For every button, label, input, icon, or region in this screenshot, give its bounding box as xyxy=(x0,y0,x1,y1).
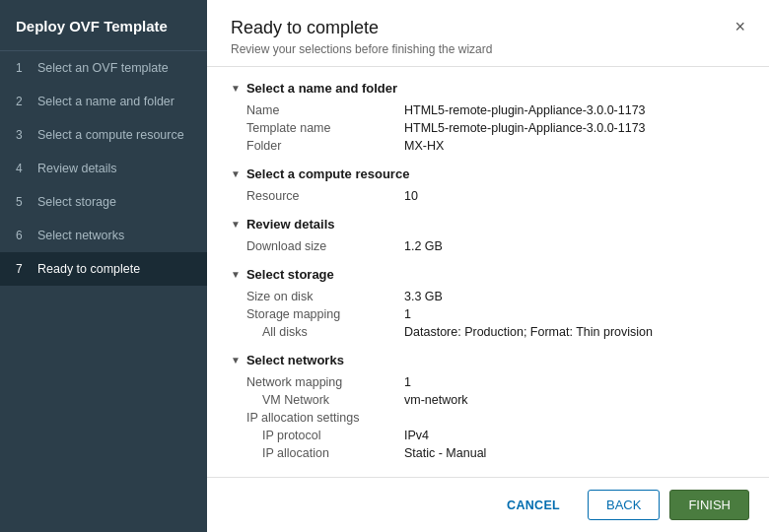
table-row: IP allocation settings xyxy=(246,409,745,427)
section-compute-label: Select a compute resource xyxy=(246,166,409,181)
table-row: Download size1.2 GB xyxy=(246,237,745,255)
section-review-label: Review details xyxy=(246,217,335,232)
sidebar-title: Deploy OVF Template xyxy=(0,0,207,51)
main-subtitle: Review your selections before finishing … xyxy=(231,42,492,56)
table-row: FolderMX-HX xyxy=(246,137,745,155)
section-storage-header[interactable]: ▼ Select storage xyxy=(231,267,745,282)
section-storage-body: Size on disk3.3 GBStorage mapping1All di… xyxy=(231,288,745,341)
table-row: IP allocationStatic - Manual xyxy=(246,444,745,462)
main-body: ▼ Select a name and folder NameHTML5-rem… xyxy=(207,67,769,477)
sidebar-item-2[interactable]: 2Select a name and folder xyxy=(0,85,207,118)
sidebar-item-1[interactable]: 1Select an OVF template xyxy=(0,51,207,85)
main-header: Ready to complete Review your selections… xyxy=(207,0,769,67)
section-compute-header[interactable]: ▼ Select a compute resource xyxy=(231,166,745,181)
section-networks: ▼ Select networks Network mapping1VM Net… xyxy=(231,353,745,462)
section-name-folder-header[interactable]: ▼ Select a name and folder xyxy=(231,81,745,96)
cancel-button[interactable]: CANCEL xyxy=(489,492,578,519)
section-review-body: Download size1.2 GB xyxy=(231,237,745,255)
chevron-icon: ▼ xyxy=(231,269,241,280)
section-review-header[interactable]: ▼ Review details xyxy=(231,217,745,232)
table-row: All disksDatastore: Production; Format: … xyxy=(246,323,745,341)
sidebar-nav: 1Select an OVF template2Select a name an… xyxy=(0,51,207,286)
section-compute-body: Resource10 xyxy=(231,187,745,205)
table-row: Resource10 xyxy=(246,187,745,205)
section-name-folder: ▼ Select a name and folder NameHTML5-rem… xyxy=(231,81,745,155)
section-networks-label: Select networks xyxy=(246,353,344,367)
sidebar-item-6[interactable]: 6Select networks xyxy=(0,219,207,252)
table-row: Size on disk3.3 GB xyxy=(246,288,745,305)
section-storage: ▼ Select storage Size on disk3.3 GBStora… xyxy=(231,267,745,341)
section-networks-header[interactable]: ▼ Select networks xyxy=(231,353,745,367)
table-row: IP protocolIPv4 xyxy=(246,427,745,444)
sidebar-item-4[interactable]: 4Review details xyxy=(0,152,207,185)
table-row: Template nameHTML5-remote-plugin-Applian… xyxy=(246,119,745,137)
chevron-icon: ▼ xyxy=(231,219,241,230)
table-row: NameHTML5-remote-plugin-Appliance-3.0.0-… xyxy=(246,101,745,119)
chevron-icon: ▼ xyxy=(231,168,241,179)
section-storage-label: Select storage xyxy=(246,267,334,282)
sidebar-item-7[interactable]: 7Ready to complete xyxy=(0,252,207,286)
table-row: VM Networkvm-network xyxy=(246,391,745,409)
table-row: Storage mapping1 xyxy=(246,305,745,323)
sidebar-item-3[interactable]: 3Select a compute resource xyxy=(0,118,207,152)
table-row: Network mapping1 xyxy=(246,373,745,391)
main-panel: Ready to complete Review your selections… xyxy=(207,0,769,532)
finish-button[interactable]: FINISH xyxy=(669,490,749,520)
chevron-icon: ▼ xyxy=(231,355,241,366)
section-name-folder-body: NameHTML5-remote-plugin-Appliance-3.0.0-… xyxy=(231,101,745,155)
section-name-folder-label: Select a name and folder xyxy=(246,81,397,96)
back-button[interactable]: BACK xyxy=(588,490,660,520)
deploy-ovf-dialog: Deploy OVF Template 1Select an OVF templ… xyxy=(0,0,769,532)
section-review: ▼ Review details Download size1.2 GB xyxy=(231,217,745,255)
sidebar: Deploy OVF Template 1Select an OVF templ… xyxy=(0,0,207,532)
section-compute: ▼ Select a compute resource Resource10 xyxy=(231,166,745,205)
chevron-icon: ▼ xyxy=(231,83,241,94)
close-button[interactable]: × xyxy=(734,18,745,35)
main-title: Ready to complete xyxy=(231,18,492,38)
footer: CANCEL BACK FINISH xyxy=(207,477,769,532)
sidebar-item-5[interactable]: 5Select storage xyxy=(0,185,207,219)
section-networks-body: Network mapping1VM Networkvm-networkIP a… xyxy=(231,373,745,462)
